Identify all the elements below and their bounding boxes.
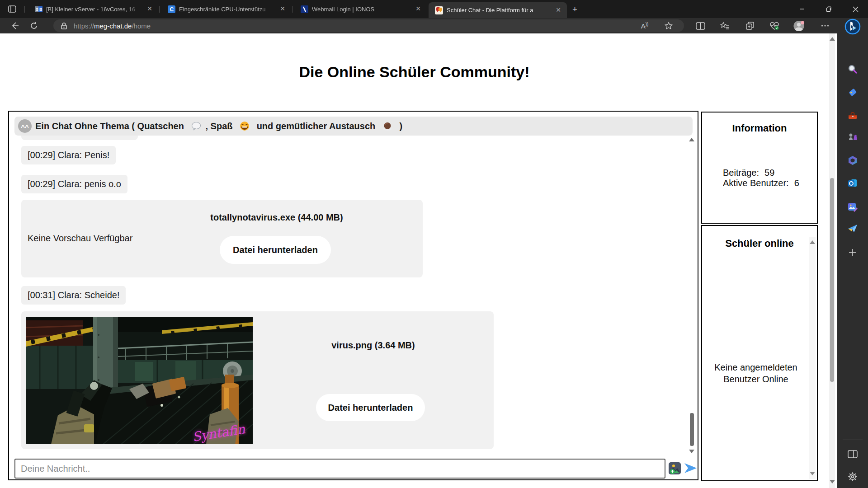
tab-actions-icon[interactable] <box>7 4 17 16</box>
chat-room-header: ^^ Ein Chat Ohne Thema ( Quatschen , Spa… <box>14 117 693 136</box>
tab-separator <box>292 6 292 13</box>
svg-text:C: C <box>170 6 174 13</box>
image-preview: Syntafin <box>26 317 253 444</box>
active-users-row: Aktive Benutzer:6 <box>723 178 799 188</box>
tab-close-icon[interactable]: ✕ <box>414 5 422 13</box>
restore-button[interactable] <box>818 0 839 18</box>
edge-sidebar <box>837 18 868 488</box>
chat-scrollbar-thumb[interactable] <box>690 413 694 446</box>
sidebar-shopping-icon[interactable] <box>847 87 858 98</box>
posts-row: Beiträge:59 <box>723 168 799 178</box>
profile-avatar[interactable] <box>793 20 805 32</box>
attachment-filename: virus.png (3.64 MB) <box>253 340 494 351</box>
tea-cup-emoji <box>382 121 392 131</box>
download-image-button[interactable]: Datei herunterladen <box>316 394 425 421</box>
scroll-down-arrow[interactable] <box>810 472 815 475</box>
chat-room-title-part4: ) <box>397 121 402 131</box>
sidebar-designer-icon[interactable] <box>847 202 858 212</box>
tab-close-icon[interactable]: ✕ <box>554 6 562 14</box>
read-aloud-icon[interactable]: A)) <box>639 20 651 32</box>
bing-copilot-icon[interactable] <box>844 19 861 35</box>
url-scheme: https:// <box>74 22 94 30</box>
online-users-panel: Schüler online Keine angemeldeten Benutz… <box>701 225 818 481</box>
sidebar-panel-toggle-icon[interactable] <box>847 449 858 460</box>
speech-balloon-emoji <box>191 122 201 131</box>
refresh-button[interactable] <box>28 20 40 32</box>
minimize-button[interactable] <box>792 0 812 18</box>
tab-webmail-ionos[interactable]: Webmail Login | IONOS ✕ <box>294 0 427 18</box>
tab-title: Schüler Chat - Die Plattform für a <box>447 7 551 14</box>
file-attachment-card: Keine Vorschau Verfügbar totallynotaviru… <box>21 200 423 277</box>
sidebar-divider <box>843 440 863 440</box>
favorite-star-icon[interactable] <box>663 20 675 32</box>
tab-vserver[interactable]: SB [B] Kleiner vServer - 16vCores, 16 ✕ <box>28 0 158 18</box>
favorites-icon[interactable] <box>719 20 731 32</box>
tab-separator <box>159 6 160 13</box>
tab-title: [B] Kleiner vServer - 16vCores, 16 <box>46 6 142 13</box>
chat-bubbles-favicon <box>435 6 443 14</box>
no-preview-label: Keine Vorschau Verfügbar <box>28 233 132 244</box>
chat-room-avatar: ^^ <box>18 119 32 133</box>
tab-close-icon[interactable]: ✕ <box>278 5 287 13</box>
no-users-online-message: Keine angemeldeten Benutzer Online <box>702 361 810 385</box>
url-host: meg-chat.de <box>94 22 132 30</box>
posts-value: 59 <box>764 168 774 178</box>
sidebar-search-icon[interactable] <box>847 64 858 75</box>
sidebar-microsoft365-icon[interactable] <box>847 155 858 166</box>
sidebar-toolbox-icon[interactable] <box>847 111 858 122</box>
active-users-value: 6 <box>794 178 799 188</box>
no-users-line1: Keine angemeldeten <box>702 361 810 373</box>
chat-room-title-part1: Ein Chat Ohne Thema ( Quatschen <box>35 121 187 131</box>
chat-scroll-up-arrow[interactable] <box>689 138 694 141</box>
send-message-icon[interactable] <box>683 460 698 478</box>
image-attachment-card: Syntafin virus.png (3.64 MB) Datei herun… <box>21 311 494 449</box>
chat-message: [00:29] Clara: Penis! <box>21 146 116 164</box>
split-screen-icon[interactable] <box>694 20 706 32</box>
page-scrollbar[interactable] <box>829 33 835 488</box>
scroll-up-arrow[interactable] <box>830 37 835 41</box>
url-text[interactable]: https://meg-chat.de/home <box>74 22 151 30</box>
browser-window: SB [B] Kleiner vServer - 16vCores, 16 ✕ … <box>0 0 868 488</box>
svg-text:B: B <box>39 7 42 12</box>
sidebar-add-icon[interactable] <box>847 247 858 258</box>
page-scrollbar-thumb[interactable] <box>830 178 834 382</box>
collections-icon[interactable] <box>744 20 756 32</box>
close-window-button[interactable] <box>845 0 866 18</box>
tab-separator <box>24 6 25 13</box>
tab-cpu-support[interactable]: C Eingeschränkte CPU-Unterstützu ✕ <box>161 0 291 18</box>
information-stats: Beiträge:59 Aktive Benutzer:6 <box>723 168 799 188</box>
chat-room-title-part3: und gemütlicher Austausch <box>254 121 378 131</box>
browser-essentials-icon[interactable] <box>769 20 780 32</box>
chat-scroll-down-arrow[interactable] <box>689 450 694 453</box>
chat-room-title-part2: , Spaß <box>206 121 236 131</box>
page-title: Die Online Schüler Community! <box>0 63 829 81</box>
tab-close-icon[interactable]: ✕ <box>146 5 154 13</box>
address-bar[interactable]: https://meg-chat.de/home A)) <box>53 19 684 32</box>
c-favicon: C <box>167 5 175 13</box>
svg-text:S: S <box>36 7 38 12</box>
sidebar-settings-gear-icon[interactable] <box>847 471 858 482</box>
sidebar-outlook-icon[interactable] <box>847 178 858 188</box>
chat-message: [00:29] Clara: penis o.o <box>21 175 127 193</box>
posts-label: Beiträge: <box>723 168 759 178</box>
sidebar-drop-icon[interactable] <box>847 223 858 234</box>
message-input[interactable] <box>14 459 665 479</box>
information-panel: Information Beiträge:59 Aktive Benutzer:… <box>701 112 818 224</box>
scroll-up-arrow[interactable] <box>810 240 815 244</box>
tab-title: Eingeschränkte CPU-Unterstützu <box>179 6 275 13</box>
lock-icon[interactable] <box>61 22 67 30</box>
more-menu-icon[interactable] <box>819 20 831 32</box>
online-panel-scrollbar[interactable] <box>809 237 816 479</box>
new-tab-button[interactable]: + <box>572 5 577 14</box>
server-favicon: SB <box>34 5 42 13</box>
download-file-button[interactable]: Datei herunterladen <box>220 236 331 264</box>
tab-bar: SB [B] Kleiner vServer - 16vCores, 16 ✕ … <box>0 0 868 18</box>
ionos-favicon <box>300 5 308 13</box>
scroll-down-arrow[interactable] <box>830 480 835 483</box>
chat-message: [00:31] Clara: Scheide! <box>21 286 126 305</box>
sidebar-games-icon[interactable] <box>847 131 858 142</box>
image-upload-icon[interactable] <box>669 462 681 476</box>
back-button[interactable] <box>9 20 21 32</box>
tab-schueler-chat-active[interactable]: Schüler Chat - Die Plattform für a ✕ <box>429 2 567 18</box>
attachment-filename: totallynotavirus.exe (44.00 MB) <box>157 212 396 223</box>
